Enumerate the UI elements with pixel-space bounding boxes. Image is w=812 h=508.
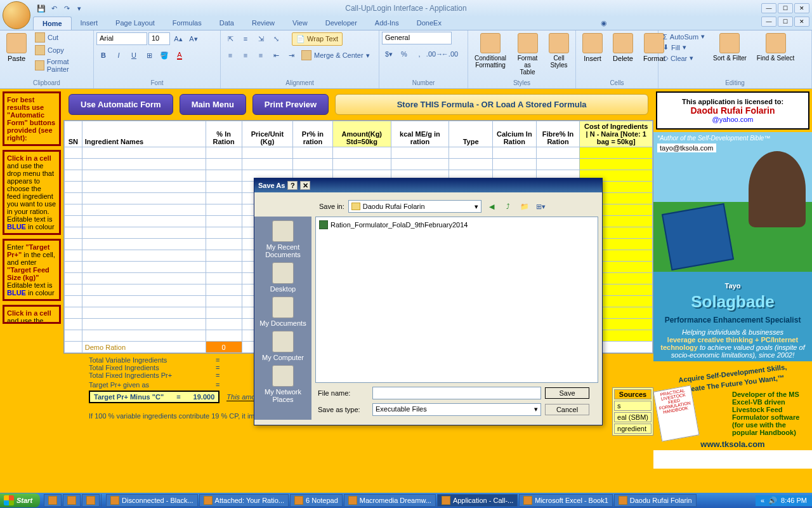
indent-inc-button[interactable]: ⇥ [284,48,298,62]
ribbon-tab-view[interactable]: View [284,17,317,30]
orientation-button[interactable]: ⤡ [269,32,283,46]
format-painter-button[interactable]: Format Painter [33,57,91,74]
dec-decimal-button[interactable]: ←.00 [443,47,457,61]
back-button[interactable]: ◀ [485,200,498,213]
percent-button[interactable]: % [397,47,411,61]
auto-form-button[interactable]: Use Automatic Form [69,94,173,115]
dialog-close-button[interactable]: ✕ [300,181,310,190]
align-top-button[interactable]: ⇱ [223,32,237,46]
dialog-help-button[interactable]: ? [287,181,298,190]
align-right-button[interactable]: ≡ [254,48,268,62]
new-folder-button[interactable]: 📁 [518,200,531,213]
ribbon-tab-formulas[interactable]: Formulas [164,17,211,30]
font-name-combo[interactable]: Arial [96,32,147,45]
close-button[interactable]: ✕ [794,3,809,13]
taskbar-item[interactable]: Attached: Your Ratio... [199,494,289,507]
number-format-combo[interactable]: General [382,32,452,44]
save-in-combo[interactable]: Daodu Rufai Folarin▾ [348,200,481,213]
wrap-text-button[interactable]: 📄 Wrap Text [292,32,343,46]
taskbar-item-active[interactable]: Application - Call-... [437,494,518,507]
filename-input[interactable] [372,387,541,399]
taskbar-item[interactable]: 6 Notepad [290,494,343,507]
license-email-link[interactable]: @yahoo.com [712,116,754,123]
ribbon-tab-home[interactable]: Home [33,17,72,30]
fill-color-button[interactable]: 🪣 [157,48,171,62]
ribbon-tab-addins[interactable]: Add-Ins [366,17,408,30]
dialog-save-button[interactable]: Save [545,387,589,399]
ribbon-tab-pagelayout[interactable]: Page Layout [107,17,164,30]
grow-font-button[interactable]: A▴ [171,32,185,46]
align-center-button[interactable]: ≡ [239,48,252,62]
format-table-button[interactable]: Format as Table [513,32,542,77]
autosum-button[interactable]: Σ AutoSum ▾ [661,32,707,41]
office-button[interactable] [3,1,30,29]
place-network[interactable]: My Network Places [254,365,311,403]
tray-icon[interactable]: 🔊 [768,497,777,505]
inc-decimal-button[interactable]: .00→ [428,47,442,61]
quicklaunch-item[interactable] [82,494,100,507]
insert-cells-button[interactable]: Insert [579,32,606,64]
bold-button[interactable]: B [96,48,110,62]
cond-format-button[interactable]: Conditional Formatting [471,32,510,70]
font-size-combo[interactable]: 10 [148,32,170,45]
minimize-button[interactable]: — [761,3,776,13]
cell-styles-button[interactable]: Cell Styles [545,32,573,70]
taskbar-item[interactable]: Daodu Rufai Folarin [614,494,697,507]
currency-button[interactable]: $▾ [382,47,396,61]
savetype-combo[interactable]: Executable Files▾ [372,403,541,416]
place-recent[interactable]: My Recent Documents [254,220,311,258]
ribbon-tab-insert[interactable]: Insert [72,17,107,30]
help-icon[interactable]: ◉ [597,17,611,30]
store-formula-button[interactable]: Store THIS Formula - OR Load A Stored Fo… [335,94,648,115]
ribbon-tab-doneex[interactable]: DoneEx [408,17,450,30]
cut-button[interactable]: Cut [33,32,91,43]
align-left-button[interactable]: ≡ [223,48,237,62]
views-button[interactable]: ⊞▾ [535,200,547,213]
place-mydocs[interactable]: My Documents [259,297,306,327]
italic-button[interactable]: I [112,48,126,62]
main-menu-button[interactable]: Main Menu [180,94,246,115]
taskbar-item[interactable]: Macromedia Dreamw... [344,494,436,507]
quicklaunch-item[interactable] [44,494,62,507]
ribbon-tab-developer[interactable]: Developer [317,17,366,30]
file-item[interactable]: Ration_Formulator_FolaD_9thFebruary2014 [318,220,595,230]
font-color-button[interactable]: A [173,48,187,62]
doc-minimize-button[interactable]: — [761,17,776,27]
table-row[interactable] [65,147,653,159]
maximize-button[interactable]: ☐ [778,3,793,13]
system-tray[interactable]: «🔊8:46 PM [756,495,812,506]
taskbar-item[interactable]: Disconnected - Black... [106,494,198,507]
sort-filter-button[interactable]: Sort & Filter [709,32,750,63]
table-row[interactable] [65,159,653,170]
doc-restore-button[interactable]: ☐ [778,17,793,27]
save-icon[interactable]: 💾 [36,3,47,14]
delete-cells-button[interactable]: Delete [609,32,637,64]
align-bottom-button[interactable]: ⇲ [254,32,268,46]
indent-dec-button[interactable]: ⇤ [269,48,283,62]
fill-button[interactable]: ⬇ Fill ▾ [661,43,707,52]
undo-icon[interactable]: ↶ [48,3,60,14]
find-select-button[interactable]: Find & Select [753,32,798,63]
qat-dropdown-icon[interactable]: ▾ [74,3,85,14]
start-button[interactable]: Start [0,493,40,507]
place-desktop[interactable]: Desktop [270,262,296,293]
place-mycomputer[interactable]: My Computer [262,331,304,361]
quicklaunch-item[interactable] [63,494,81,507]
align-middle-button[interactable]: ≡ [239,32,252,46]
taskbar-item[interactable]: Microsoft Excel - Book1 [519,494,613,507]
doc-close-button[interactable]: ✕ [794,17,809,27]
merge-center-button[interactable]: Merge & Center ▾ [299,50,372,61]
ribbon-tab-data[interactable]: Data [211,17,243,30]
dialog-cancel-button[interactable]: Cancel [545,404,589,415]
shrink-font-button[interactable]: A▾ [187,32,200,46]
paste-button[interactable]: Paste [3,32,30,64]
print-preview-button[interactable]: Print Preview [252,94,329,115]
file-list[interactable]: Ration_Formulator_FolaD_9thFebruary2014 [315,217,598,383]
copy-button[interactable]: Copy [33,44,91,56]
up-button[interactable]: ⤴ [502,200,514,213]
underline-button[interactable]: U [127,48,141,62]
comma-button[interactable]: , [412,47,426,61]
clear-button[interactable]: ◇ Clear ▾ [661,53,707,63]
border-button[interactable]: ⊞ [142,48,156,62]
redo-icon[interactable]: ↷ [61,3,72,14]
